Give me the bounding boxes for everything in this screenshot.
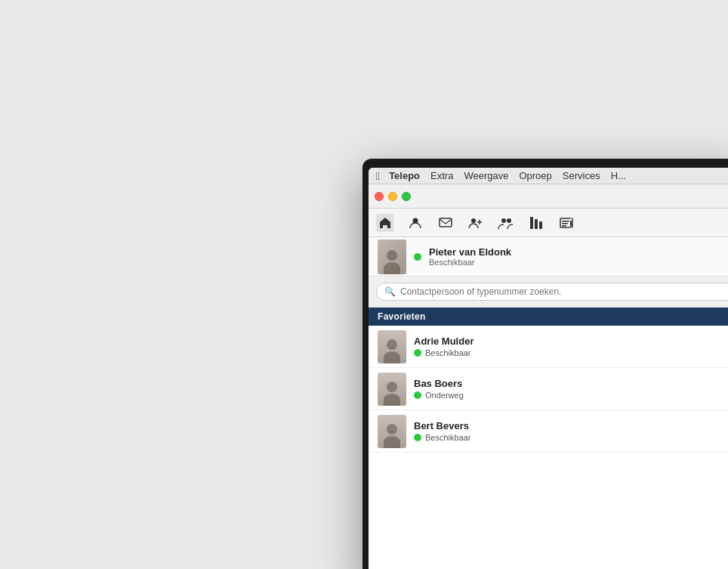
svg-point-4 xyxy=(507,218,511,223)
svg-rect-6 xyxy=(535,219,538,229)
close-button[interactable] xyxy=(375,192,384,201)
search-bar: 🔍 xyxy=(369,277,728,308)
home-icon[interactable] xyxy=(376,214,394,232)
menu-item-extra[interactable]: Extra xyxy=(430,170,453,181)
svg-rect-7 xyxy=(539,221,542,229)
menu-item-h[interactable]: H... xyxy=(611,170,626,181)
contact-item-adrie[interactable]: Adrie Mulder Beschikbaar xyxy=(369,326,728,368)
group-icon[interactable] xyxy=(497,214,515,232)
toolbar xyxy=(369,209,728,237)
contact-item-bas[interactable]: Bas Boers Onderweg xyxy=(369,368,728,410)
svg-rect-9 xyxy=(562,221,569,222)
maximize-button[interactable] xyxy=(402,192,411,201)
user-status-bar: Pieter van Eldonk Beschikbaar xyxy=(369,237,728,277)
contact-status-bert: Beschikbaar xyxy=(425,433,471,442)
contact-name-bas: Bas Boers xyxy=(414,378,464,389)
menu-item-services[interactable]: Services xyxy=(563,170,600,181)
user-status-dot xyxy=(414,253,421,261)
contact-info-bas: Bas Boers Onderweg xyxy=(414,378,464,400)
svg-rect-5 xyxy=(530,217,533,229)
contact-status-dot-bas xyxy=(414,391,421,399)
app-name[interactable]: Telepo xyxy=(389,170,420,181)
search-input-wrapper[interactable]: 🔍 xyxy=(376,283,728,301)
user-name: Pieter van Eldonk xyxy=(429,246,511,258)
menu-item-weergave[interactable]: Weergave xyxy=(464,170,508,181)
contact-avatar-bert xyxy=(378,415,406,448)
dial-icon[interactable] xyxy=(527,214,545,232)
user-status: Beschikbaar xyxy=(429,258,511,267)
scene:  Telepo Extra Weergave Oproep Services … xyxy=(0,0,728,569)
contact-avatar-adrie xyxy=(378,330,406,363)
titlebar xyxy=(369,184,728,209)
contact-list: Adrie Mulder Beschikbaar xyxy=(369,326,728,453)
user-avatar xyxy=(378,240,406,274)
minimize-button[interactable] xyxy=(388,192,397,201)
svg-rect-13 xyxy=(570,221,572,227)
svg-rect-10 xyxy=(562,223,568,224)
add-contact-icon[interactable] xyxy=(467,214,485,232)
contact-status-bas: Onderweg xyxy=(425,391,464,400)
svg-point-3 xyxy=(501,218,506,223)
contact-status-dot-bert xyxy=(414,434,421,441)
contact-icon[interactable] xyxy=(406,214,424,232)
contact-info-adrie: Adrie Mulder Beschikbaar xyxy=(414,336,474,357)
traffic-lights xyxy=(375,192,411,201)
info-icon[interactable] xyxy=(557,214,575,232)
favorites-header: Favorieten xyxy=(369,308,728,326)
app-window:  Telepo Extra Weergave Oproep Services … xyxy=(369,168,728,569)
menu-item-oproep[interactable]: Oproep xyxy=(519,170,551,181)
search-input[interactable] xyxy=(400,286,726,297)
contact-item-bert[interactable]: Bert Bevers Beschikbaar xyxy=(369,410,728,453)
contact-status-dot-adrie xyxy=(414,349,421,357)
svg-rect-11 xyxy=(562,225,566,227)
contact-name-bert: Bert Bevers xyxy=(414,420,471,431)
contact-info-bert: Bert Bevers Beschikbaar xyxy=(414,420,471,442)
contact-avatar-bas xyxy=(378,373,406,406)
menu-bar:  Telepo Extra Weergave Oproep Services … xyxy=(369,168,728,184)
apple-menu-icon[interactable]:  xyxy=(376,170,380,182)
contact-name-adrie: Adrie Mulder xyxy=(414,336,474,347)
svg-rect-1 xyxy=(440,218,452,227)
contact-status-adrie: Beschikbaar xyxy=(425,348,471,357)
user-info: Pieter van Eldonk Beschikbaar xyxy=(429,246,511,267)
svg-point-2 xyxy=(471,218,476,223)
search-icon: 🔍 xyxy=(384,286,396,297)
message-icon[interactable] xyxy=(436,214,455,232)
